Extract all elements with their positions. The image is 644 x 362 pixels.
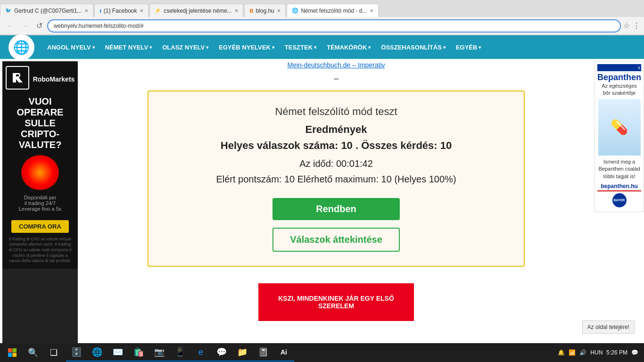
chevron-down-icon: ▾ [272,45,274,50]
to-top-button[interactable]: Az oldal tetejére! [582,321,635,334]
address-input[interactable] [48,20,620,32]
result-heading: Eredmények [167,123,505,136]
chevron-down-icon: ▾ [149,45,152,50]
cselekedj-tab-icon: ⚡ [155,8,161,14]
nav-item-nemet[interactable]: NÉMET NYELV ▾ [100,41,157,54]
ad-disclaimer: Il trading di CFD su valute virtuali com… [7,237,73,264]
settings-icon[interactable]: ⋮ [633,21,640,30]
nav-item-olasz[interactable]: OLASZ NYELV ▾ [157,41,213,54]
chevron-down-icon: ▾ [479,45,481,50]
kszi-advertisement[interactable]: KSZI, MINDENKINEK JÁR EGY ELSŐ SZERELEM [258,283,414,321]
nav-item-osszeh[interactable]: ÖSSZEHASONLÍTÁS ▾ [376,41,450,54]
ad-sub2: il trading 24/7 [25,200,56,206]
result-title: Német felszólító mód teszt [167,106,505,118]
start-button[interactable] [2,344,23,346]
ad-sub1: Disponibili per [24,195,56,200]
page-content: RoboMarkets VUOI OPERARE SULLE CRIPTO- V… [0,59,644,346]
bepanthen-product-image: 💊 [598,99,641,156]
main-nav: 🌐 ANGOL NYELV ▾ NÉMET NYELV ▾ OLASZ NYEL… [0,35,644,59]
taskbar-app-ie[interactable]: e [190,344,211,346]
nav-items: ANGOL NYELV ▾ NÉMET NYELV ▾ OLASZ NYELV … [42,41,486,54]
nav-item-egyeb[interactable]: EGYÉB NYELVEK ▾ [214,41,279,54]
bayer-logo: BAYER [612,193,627,207]
tab-twitter-close[interactable]: × [85,7,89,14]
taskbar-app-store[interactable]: 🛍️ [128,344,149,346]
tab-cselekedj[interactable]: ⚡ cselekedj jelentése néme... × [149,4,243,17]
nav-item-tesztek[interactable]: TESZTEK ▾ [280,41,321,54]
kszi-ad-text: KSZI, MINDENKINEK JÁR EGY ELSŐ SZERELEM [258,290,414,314]
ad-headline4: CRIPTO- [21,129,59,140]
new-tab-area[interactable] [380,4,394,17]
bookmark-icon[interactable]: ☆ [623,21,630,30]
tab-twitter-label: Gertrud C (@C007Gerti1... [14,8,82,14]
taskbar-app-explorer[interactable]: 🗄️ [66,344,87,346]
chevron-down-icon: ▾ [314,45,316,50]
taskbar-app-onenote[interactable]: 📓 [253,344,273,346]
nav-item-egyebb[interactable]: EGYÉB ▾ [451,41,486,54]
tab-blog[interactable]: B blog.hu × [244,4,286,17]
bepanthen-text: Ismerd meg a Bepanthen család többi tagj… [597,158,641,180]
taskbar-app-mail[interactable]: ✉️ [107,344,128,346]
logo-globe-container: 🌐 [8,34,34,60]
main-section: Mein-deutschbuch.de – Imperativ – Német … [80,59,592,346]
ad-sub3: Leverage fino a 5x [19,206,62,212]
address-bar-row: ← → ↺ ☆ ⋮ [0,17,644,35]
site-logo[interactable]: 🌐 [5,37,38,58]
taskbar-app-ai[interactable]: Ai [273,344,294,346]
crypto-image [21,155,59,190]
separator: – [334,74,339,83]
rendben-button[interactable]: Rendben [272,198,400,220]
search-button[interactable]: 🔍 [23,344,43,346]
ad-label: x [597,64,641,71]
toolbar-icons: ☆ ⋮ [623,21,640,30]
ad-headline1: VUOI [29,96,52,107]
tab-twitter[interactable]: 🐦 Gertrud C (@C007Gerti1... × [0,4,93,17]
taskbar-app-photos[interactable]: 📷 [149,344,170,346]
bottom-ad: KSZI, MINDENKINEK JÁR EGY ELSŐ SZERELEM [85,281,587,323]
robomarkets-logo [6,66,29,90]
taskbar-app-viber[interactable]: 📱 [170,344,190,346]
nav-item-temak[interactable]: TÉMAKÖRÖK ▾ [322,41,375,54]
robomarkets-ad[interactable]: RoboMarkets VUOI OPERARE SULLE CRIPTO- V… [2,61,78,344]
nemet-tab-icon: 🌐 [292,8,298,14]
bepanthen-tagline: Az egészséges bőr szakértője [597,82,641,97]
browser-chrome: 🐦 Gertrud C (@C007Gerti1... × f (1) Face… [0,0,644,35]
robomarkets-brand: RoboMarkets [33,75,75,83]
result-box: Német felszólító mód teszt Eredmények He… [148,90,525,267]
blog-tab-icon: B [249,8,253,14]
tab-nemet-close[interactable]: × [370,7,373,14]
tab-blog-label: blog.hu [256,8,274,14]
tab-cselekedj-label: cselekedj jelentése néme... [164,8,232,14]
bepanthen-ad[interactable]: x Bepanthen Az egészséges bőr szakértője… [594,61,644,212]
globe-icon: 🌐 [13,40,30,55]
tab-facebook-close[interactable]: × [140,7,144,14]
twitter-tab-icon: 🐦 [5,8,12,14]
tab-facebook-label: (1) Facebook [104,8,137,14]
result-correct: Helyes válaszok száma: 10 . Összes kérdé… [167,140,505,152]
ad-buy-button[interactable]: COMPRA ORA [11,220,69,233]
tab-bar: 🐦 Gertrud C (@C007Gerti1... × f (1) Face… [0,0,644,17]
right-advertisement: x Bepanthen Az egészséges bőr szakértője… [592,59,644,346]
nav-item-angol[interactable]: ANGOL NYELV ▾ [42,41,99,54]
breadcrumb-link[interactable]: Mein-deutschbuch.de – Imperativ [288,61,385,69]
result-score: Elért pontszám: 10 Elérhető maximum: 10 … [167,174,505,185]
taskbar: 🔍 ❑ 🗄️ 🌐 ✉️ 🛍️ 📷 📱 e 💬 📁 📓 Ai 🔔 📶 🔊 HUN … [0,343,644,346]
ad-headline3: SULLE [25,118,56,129]
tab-cselekedj-close[interactable]: × [235,7,239,14]
reload-button[interactable]: ↺ [34,20,45,31]
tab-facebook[interactable]: f (1) Facebook × [94,4,149,17]
tab-nemet[interactable]: 🌐 Német felszólító mód - d... × [287,4,379,17]
valaszok-button[interactable]: Válaszok áttekintése [272,228,400,252]
tab-nemet-label: Német felszólító mód - d... [301,8,367,14]
back-button[interactable]: ← [4,21,16,31]
chevron-down-icon: ▾ [443,45,446,50]
tab-blog-close[interactable]: × [277,7,281,14]
task-view-button[interactable]: ❑ [43,344,64,346]
chevron-down-icon: ▾ [92,45,95,50]
taskbar-app-folder[interactable]: 📁 [232,344,253,346]
taskbar-app-edge[interactable]: 🌐 [87,344,107,346]
chevron-down-icon: ▾ [368,45,371,50]
forward-button[interactable]: → [19,21,31,31]
taskbar-app-skype[interactable]: 💬 [211,344,232,346]
bepanthen-title: Bepanthen [597,73,641,82]
